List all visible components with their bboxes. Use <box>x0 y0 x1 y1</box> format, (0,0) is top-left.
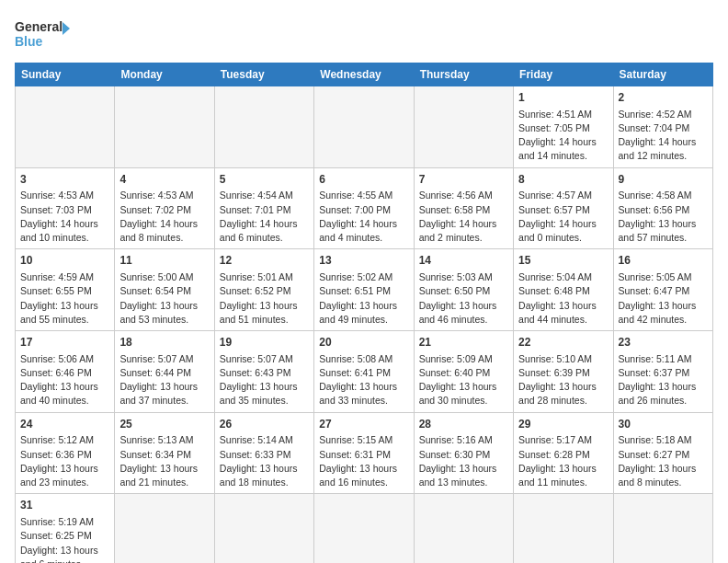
calendar-cell: 27Sunrise: 5:15 AM Sunset: 6:31 PM Dayli… <box>314 412 414 494</box>
calendar-cell: 23Sunrise: 5:11 AM Sunset: 6:37 PM Dayli… <box>613 331 712 413</box>
day-number: 2 <box>619 90 708 106</box>
day-info: Sunrise: 4:55 AM Sunset: 7:00 PM Dayligh… <box>319 189 408 245</box>
calendar-cell <box>414 86 513 168</box>
calendar-cell <box>514 494 613 563</box>
day-info: Sunrise: 5:01 AM Sunset: 6:52 PM Dayligh… <box>220 270 309 327</box>
calendar-cell <box>613 494 712 563</box>
calendar-cell: 20Sunrise: 5:08 AM Sunset: 6:41 PM Dayli… <box>314 331 414 413</box>
day-number: 21 <box>419 335 508 350</box>
day-info: Sunrise: 5:16 AM Sunset: 6:30 PM Dayligh… <box>419 433 508 489</box>
day-number: 23 <box>619 335 708 350</box>
day-number: 8 <box>518 172 608 188</box>
day-info: Sunrise: 5:00 AM Sunset: 6:54 PM Dayligh… <box>119 270 209 327</box>
day-info: Sunrise: 5:12 AM Sunset: 6:36 PM Dayligh… <box>20 433 109 489</box>
day-info: Sunrise: 5:13 AM Sunset: 6:34 PM Dayligh… <box>119 433 209 489</box>
calendar-cell <box>314 86 414 168</box>
logo: General Blue <box>15 15 70 52</box>
day-number: 5 <box>220 172 309 188</box>
day-info: Sunrise: 4:56 AM Sunset: 6:58 PM Dayligh… <box>419 189 508 245</box>
calendar-body: 1Sunrise: 4:51 AM Sunset: 7:05 PM Daylig… <box>16 86 713 564</box>
svg-marker-2 <box>63 22 70 35</box>
calendar-cell <box>115 86 214 168</box>
calendar-cell: 5Sunrise: 4:54 AM Sunset: 7:01 PM Daylig… <box>214 167 313 249</box>
calendar-cell: 1Sunrise: 4:51 AM Sunset: 7:05 PM Daylig… <box>514 86 613 168</box>
day-info: Sunrise: 5:07 AM Sunset: 6:44 PM Dayligh… <box>119 352 209 408</box>
calendar-cell: 21Sunrise: 5:09 AM Sunset: 6:40 PM Dayli… <box>414 331 513 413</box>
day-info: Sunrise: 5:08 AM Sunset: 6:41 PM Dayligh… <box>319 352 408 408</box>
calendar-cell: 25Sunrise: 5:13 AM Sunset: 6:34 PM Dayli… <box>115 412 214 494</box>
day-info: Sunrise: 4:59 AM Sunset: 6:55 PM Dayligh… <box>20 270 109 327</box>
day-number: 15 <box>518 253 608 269</box>
day-info: Sunrise: 4:58 AM Sunset: 6:56 PM Dayligh… <box>619 189 708 245</box>
calendar-cell: 12Sunrise: 5:01 AM Sunset: 6:52 PM Dayli… <box>214 249 313 331</box>
calendar-cell <box>214 494 313 563</box>
day-number: 28 <box>419 417 508 432</box>
day-info: Sunrise: 4:51 AM Sunset: 7:05 PM Dayligh… <box>518 108 608 164</box>
svg-text:General: General <box>15 19 63 34</box>
day-info: Sunrise: 4:52 AM Sunset: 7:04 PM Dayligh… <box>619 108 708 164</box>
calendar-week-row: 31Sunrise: 5:19 AM Sunset: 6:25 PM Dayli… <box>16 494 713 563</box>
calendar-week-row: 24Sunrise: 5:12 AM Sunset: 6:36 PM Dayli… <box>16 412 713 494</box>
day-info: Sunrise: 5:17 AM Sunset: 6:28 PM Dayligh… <box>518 433 608 489</box>
calendar-cell <box>16 86 115 168</box>
calendar-cell: 18Sunrise: 5:07 AM Sunset: 6:44 PM Dayli… <box>115 331 214 413</box>
calendar-header-row: SundayMondayTuesdayWednesdayThursdayFrid… <box>16 63 713 86</box>
day-number: 31 <box>20 498 109 513</box>
day-number: 22 <box>518 335 608 350</box>
day-info: Sunrise: 5:06 AM Sunset: 6:46 PM Dayligh… <box>20 352 109 408</box>
day-info: Sunrise: 5:14 AM Sunset: 6:33 PM Dayligh… <box>220 433 309 489</box>
day-number: 19 <box>220 335 309 350</box>
calendar-cell: 13Sunrise: 5:02 AM Sunset: 6:51 PM Dayli… <box>314 249 414 331</box>
calendar-day-header: Thursday <box>414 63 513 86</box>
day-number: 17 <box>20 335 109 350</box>
day-number: 13 <box>319 253 408 269</box>
calendar-cell: 11Sunrise: 5:00 AM Sunset: 6:54 PM Dayli… <box>115 249 214 331</box>
day-info: Sunrise: 5:05 AM Sunset: 6:47 PM Dayligh… <box>619 270 708 327</box>
calendar-cell: 6Sunrise: 4:55 AM Sunset: 7:00 PM Daylig… <box>314 167 414 249</box>
calendar-cell: 29Sunrise: 5:17 AM Sunset: 6:28 PM Dayli… <box>514 412 613 494</box>
day-info: Sunrise: 5:07 AM Sunset: 6:43 PM Dayligh… <box>220 352 309 408</box>
day-info: Sunrise: 5:11 AM Sunset: 6:37 PM Dayligh… <box>619 352 708 408</box>
day-number: 9 <box>619 172 708 188</box>
calendar-day-header: Sunday <box>16 63 115 86</box>
day-number: 7 <box>419 172 508 188</box>
calendar-cell: 8Sunrise: 4:57 AM Sunset: 6:57 PM Daylig… <box>514 167 613 249</box>
day-info: Sunrise: 4:53 AM Sunset: 7:03 PM Dayligh… <box>20 189 109 245</box>
day-info: Sunrise: 5:15 AM Sunset: 6:31 PM Dayligh… <box>319 433 408 489</box>
calendar-day-header: Tuesday <box>214 63 313 86</box>
day-number: 6 <box>319 172 408 188</box>
calendar-day-header: Saturday <box>613 63 712 86</box>
calendar-day-header: Wednesday <box>314 63 414 86</box>
day-info: Sunrise: 5:09 AM Sunset: 6:40 PM Dayligh… <box>419 352 508 408</box>
calendar-cell: 16Sunrise: 5:05 AM Sunset: 6:47 PM Dayli… <box>613 249 712 331</box>
day-number: 27 <box>319 417 408 432</box>
day-number: 25 <box>119 417 209 432</box>
day-number: 11 <box>119 253 209 269</box>
day-number: 20 <box>319 335 408 350</box>
day-number: 30 <box>619 417 708 432</box>
calendar-cell: 10Sunrise: 4:59 AM Sunset: 6:55 PM Dayli… <box>16 249 115 331</box>
day-info: Sunrise: 5:10 AM Sunset: 6:39 PM Dayligh… <box>518 352 608 408</box>
logo-svg: General Blue <box>15 15 70 52</box>
calendar-cell: 15Sunrise: 5:04 AM Sunset: 6:48 PM Dayli… <box>514 249 613 331</box>
day-info: Sunrise: 5:04 AM Sunset: 6:48 PM Dayligh… <box>518 270 608 327</box>
calendar-cell: 24Sunrise: 5:12 AM Sunset: 6:36 PM Dayli… <box>16 412 115 494</box>
day-number: 29 <box>518 417 608 432</box>
calendar-week-row: 3Sunrise: 4:53 AM Sunset: 7:03 PM Daylig… <box>16 167 713 249</box>
day-info: Sunrise: 5:03 AM Sunset: 6:50 PM Dayligh… <box>419 270 508 327</box>
calendar-cell <box>115 494 214 563</box>
day-info: Sunrise: 4:54 AM Sunset: 7:01 PM Dayligh… <box>220 189 309 245</box>
calendar-cell: 3Sunrise: 4:53 AM Sunset: 7:03 PM Daylig… <box>16 167 115 249</box>
calendar-cell: 19Sunrise: 5:07 AM Sunset: 6:43 PM Dayli… <box>214 331 313 413</box>
day-info: Sunrise: 5:19 AM Sunset: 6:25 PM Dayligh… <box>20 515 109 563</box>
calendar-table: SundayMondayTuesdayWednesdayThursdayFrid… <box>15 63 713 563</box>
day-number: 1 <box>518 90 608 106</box>
day-info: Sunrise: 4:57 AM Sunset: 6:57 PM Dayligh… <box>518 189 608 245</box>
calendar-week-row: 10Sunrise: 4:59 AM Sunset: 6:55 PM Dayli… <box>16 249 713 331</box>
day-number: 26 <box>220 417 309 432</box>
calendar-week-row: 1Sunrise: 4:51 AM Sunset: 7:05 PM Daylig… <box>16 86 713 168</box>
calendar-cell: 7Sunrise: 4:56 AM Sunset: 6:58 PM Daylig… <box>414 167 513 249</box>
calendar-cell <box>414 494 513 563</box>
day-number: 18 <box>119 335 209 350</box>
calendar-cell: 14Sunrise: 5:03 AM Sunset: 6:50 PM Dayli… <box>414 249 513 331</box>
